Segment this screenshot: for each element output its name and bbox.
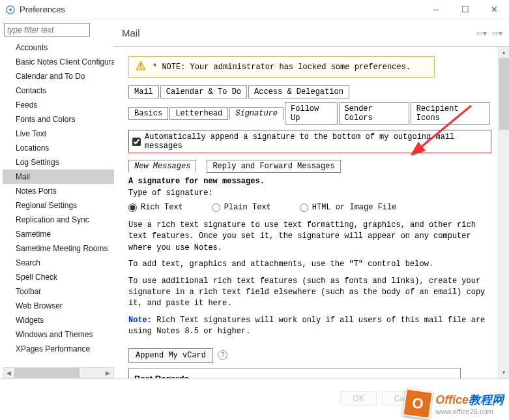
scroll-left-icon[interactable]: ◀ [3, 370, 14, 376]
warning-icon: ! [136, 61, 146, 73]
tab-sender-colors[interactable]: Sender Colors [339, 102, 409, 125]
svg-point-1 [9, 8, 12, 11]
watermark-brand: Office教程网 [435, 392, 504, 408]
tree-item[interactable]: Sametime Meeting Rooms [3, 241, 114, 256]
append-vcard-button[interactable]: Append My vCard [128, 348, 213, 363]
tab-row-secondary: Basics Letterhead Signature Follow Up Se… [128, 102, 491, 125]
tree-item[interactable]: Spell Check [3, 270, 114, 284]
tree-item[interactable]: Basic Notes Client Configuration [3, 55, 114, 69]
close-button[interactable]: ✕ [480, 0, 509, 19]
window-controls: ─ ☐ ✕ [421, 0, 509, 19]
tree-item[interactable]: Locations [3, 141, 114, 155]
help-para-1: Use a rich text signature to use text fo… [128, 220, 491, 254]
tab-mail[interactable]: Mail [128, 85, 159, 98]
help-para-3: To use additional rich text features (su… [128, 276, 491, 310]
maximize-button[interactable]: ☐ [450, 0, 480, 19]
type-of-signature-label: Type of signature: [128, 188, 491, 198]
tree-item[interactable]: Fonts and Colors [3, 112, 114, 127]
tab-signature[interactable]: Signature [229, 107, 284, 120]
watermark: O Office教程网 www.office26.com [404, 390, 504, 417]
tree-item[interactable]: Search [3, 256, 114, 270]
tab-row-primary: Mail Calendar & To Do Access & Delegatio… [128, 85, 491, 98]
tree-item[interactable]: Live Text [3, 127, 114, 141]
radio-plain-text[interactable]: Plain Text [212, 203, 271, 212]
note-para: Note: Rich Text signatures will work onl… [128, 315, 491, 338]
scroll-down-icon[interactable]: ▼ [499, 367, 509, 378]
help-icon[interactable]: ? [218, 350, 227, 360]
watermark-url: www.office26.com [435, 408, 504, 415]
auto-append-signature-option[interactable]: Automatically append a signature to the … [128, 130, 491, 153]
tree-item[interactable]: Toolbar [3, 284, 114, 299]
signature-heading: A signature for new messages. [128, 177, 491, 186]
tab-row-messages: New Messages Reply and Forward Messages [128, 160, 491, 173]
admin-lock-note: ! * NOTE: Your administrator has locked … [128, 56, 435, 78]
admin-lock-text: * NOTE: Your administrator has locked so… [153, 63, 411, 72]
minimize-button[interactable]: ─ [421, 0, 450, 19]
nav-forward-icon[interactable]: ⇨▾ [491, 27, 504, 39]
tab-access-delegation[interactable]: Access & Delegation [248, 85, 349, 98]
tree-item[interactable]: Widgets [3, 313, 114, 327]
tree-item[interactable]: Web Browser [3, 299, 114, 313]
app-icon [5, 5, 16, 15]
scroll-right-icon[interactable]: ▶ [102, 370, 113, 376]
filter-input[interactable] [4, 23, 90, 37]
ok-button[interactable]: OK [340, 391, 376, 406]
note-label: Note: [128, 316, 152, 325]
help-para-2: To add text, graphics and attachments, u… [128, 259, 491, 270]
tree-item[interactable]: Replication and Sync [3, 213, 114, 227]
signature-line: Best Regards [134, 374, 455, 378]
tree-item-mail[interactable]: Mail [3, 170, 114, 184]
tab-basics[interactable]: Basics [128, 107, 168, 120]
tree-item[interactable]: Notes Ports [3, 184, 114, 198]
tree-item[interactable]: Accounts [3, 40, 114, 55]
scrollbar-thumb[interactable] [499, 58, 509, 130]
content-vertical-scrollbar[interactable]: ▲ ▼ [498, 47, 509, 378]
tab-calendar-todo[interactable]: Calendar & To Do [160, 85, 247, 98]
tree-item[interactable]: Windows and Themes [3, 327, 114, 342]
tree-item[interactable]: Sametime [3, 227, 114, 241]
radio-rich-text[interactable]: Rich Text [128, 203, 183, 212]
nav-back-icon[interactable]: ⇦▾ [475, 27, 488, 39]
tree-item[interactable]: Calendar and To Do [3, 69, 114, 83]
tree-item[interactable]: Contacts [3, 83, 114, 98]
main-panel: Mail ⇦▾ ⇨▾ ! * NOTE: Your administrator … [114, 20, 509, 378]
auto-append-checkbox[interactable] [132, 138, 141, 146]
sidebar: Accounts Basic Notes Client Configuratio… [0, 20, 114, 378]
preference-tree: Accounts Basic Notes Client Configuratio… [3, 39, 114, 367]
sidebar-horizontal-scrollbar[interactable]: ◀ ▶ [3, 367, 114, 378]
scrollbar-thumb[interactable] [14, 368, 80, 378]
tab-follow-up[interactable]: Follow Up [285, 102, 338, 125]
watermark-logo-icon: O [403, 388, 433, 419]
tree-item[interactable]: Feeds [3, 98, 114, 112]
tab-letterhead[interactable]: Letterhead [169, 107, 228, 120]
tab-recipient-icons[interactable]: Recipient Icons [411, 102, 490, 125]
auto-append-label: Automatically append a signature to the … [145, 132, 487, 151]
tree-item[interactable]: Log Settings [3, 155, 114, 170]
tree-item[interactable]: XPages Performance [3, 342, 114, 356]
page-title: Mail [122, 27, 475, 38]
svg-text:!: ! [140, 63, 142, 70]
signature-type-radios: Rich Text Plain Text HTML or Image File [128, 203, 491, 212]
tab-reply-forward[interactable]: Reply and Forward Messages [207, 160, 340, 173]
window-title: Preferences [20, 5, 421, 14]
titlebar: Preferences ─ ☐ ✕ [0, 0, 509, 20]
radio-html-image[interactable]: HTML or Image File [300, 203, 397, 212]
tree-item[interactable]: Regional Settings [3, 198, 114, 213]
scroll-up-icon[interactable]: ▲ [499, 47, 509, 58]
signature-editor[interactable]: Best Regards ████████ ███ ██████████████… [128, 368, 461, 378]
tab-new-messages[interactable]: New Messages [128, 160, 196, 173]
note-text: Rich Text signatures will work only if a… [128, 316, 485, 336]
